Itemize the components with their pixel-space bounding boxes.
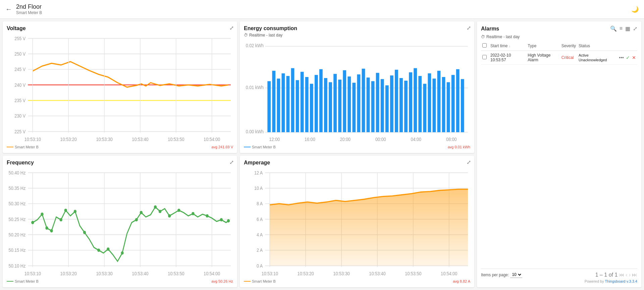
svg-point-120 xyxy=(140,211,143,214)
alarms-col-status[interactable]: Status xyxy=(577,41,618,51)
amperage-expand-button[interactable]: ⤢ xyxy=(467,159,471,165)
voltage-avg: avg 241.69 V xyxy=(211,145,233,149)
alarm-clear-icon[interactable]: ✕ xyxy=(632,55,636,60)
svg-rect-49 xyxy=(310,84,313,132)
svg-rect-56 xyxy=(343,70,346,132)
energy-expand-button[interactable]: ⤢ xyxy=(467,25,471,31)
svg-text:10 A: 10 A xyxy=(254,185,263,191)
severity-badge: Critical xyxy=(561,55,574,60)
header-title: 2nd Floor Smart Meter B xyxy=(16,3,42,15)
next-page-button[interactable]: › xyxy=(629,272,631,278)
alarm-more-icon[interactable]: ••• xyxy=(619,55,624,60)
page-subtitle: Smart Meter B xyxy=(16,10,42,15)
select-all-checkbox[interactable] xyxy=(482,43,487,48)
frequency-card: Frequency ⤢ 50.40 Hz 50.35 Hz 50.30 Hz xyxy=(3,156,237,287)
table-row: 2022-02-10 10:53:57 High Voltage Alarm C… xyxy=(481,51,637,65)
alarms-data-table: Start time ↓ Type Severity Status xyxy=(481,41,637,65)
alarms-table-header-row: Start time ↓ Type Severity Status xyxy=(481,41,637,51)
header-left: ← 2nd Floor Smart Meter B xyxy=(5,3,42,15)
svg-point-124 xyxy=(177,209,180,212)
svg-text:20:00: 20:00 xyxy=(340,137,351,142)
svg-point-127 xyxy=(220,218,223,221)
items-per-page-select[interactable]: 10 20 50 xyxy=(510,272,522,278)
svg-text:10:54:00: 10:54:00 xyxy=(441,271,458,276)
svg-text:6 A: 6 A xyxy=(257,216,263,222)
svg-text:10:53:10: 10:53:10 xyxy=(262,271,278,276)
alarms-col-start-time[interactable]: Start time ↓ xyxy=(489,41,526,51)
svg-text:10:53:50: 10:53:50 xyxy=(168,136,184,142)
alarms-col-type[interactable]: Type xyxy=(526,41,560,51)
svg-point-128 xyxy=(227,219,230,223)
svg-rect-50 xyxy=(315,75,318,132)
svg-point-114 xyxy=(74,210,76,213)
pagination-controls: 1 – 1 of 1 ⏮ ‹ › ⏭ xyxy=(595,272,637,278)
page-title: 2nd Floor xyxy=(16,3,42,10)
amperage-legend-label: Smart Meter B xyxy=(252,279,276,283)
svg-rect-55 xyxy=(338,80,341,132)
svg-rect-54 xyxy=(333,74,337,132)
amperage-chart: 12 A 10 A 8 A 6 A 4 A 2 A 0 A 10:53:10 1… xyxy=(244,167,470,278)
svg-text:04:00: 04:00 xyxy=(411,137,421,142)
svg-point-110 xyxy=(45,226,48,230)
svg-rect-69 xyxy=(404,81,408,132)
svg-rect-77 xyxy=(442,77,445,132)
svg-point-108 xyxy=(31,221,34,224)
items-per-page-control: Items per page: 10 20 50 xyxy=(481,272,522,278)
powered-by: Powered by Thingsboard v.3.3.4 xyxy=(481,278,637,283)
svg-text:235 V: 235 V xyxy=(14,97,26,103)
svg-rect-65 xyxy=(385,85,389,132)
svg-text:230 V: 230 V xyxy=(14,113,26,119)
frequency-expand-button[interactable]: ⤢ xyxy=(229,159,234,165)
alarms-table: Start time ↓ Type Severity Status xyxy=(481,41,637,269)
voltage-legend: Smart Meter B xyxy=(7,145,39,149)
thingsboard-link[interactable]: Thingsboard v.3.3.4 xyxy=(605,279,637,283)
voltage-legend-label: Smart Meter B xyxy=(15,145,39,149)
svg-text:10:53:10: 10:53:10 xyxy=(24,271,41,276)
svg-text:12:00: 12:00 xyxy=(269,137,280,142)
svg-text:0 A: 0 A xyxy=(257,263,263,269)
voltage-expand-button[interactable]: ⤢ xyxy=(229,25,234,31)
alarms-card: Alarms 🔍 ≡ ▦ ⤢ ⏱ Realtime - last day xyxy=(477,21,641,287)
alarm-row-checkbox[interactable] xyxy=(482,55,487,59)
svg-text:0.00 kWh: 0.00 kWh xyxy=(246,129,264,134)
alarm-row-checkbox-cell xyxy=(481,51,489,65)
svg-rect-58 xyxy=(352,83,356,132)
alarm-acknowledge-icon[interactable]: ✓ xyxy=(626,55,630,60)
sort-icon: ↓ xyxy=(509,44,511,48)
energy-realtime: ⏱ Realtime - last day xyxy=(244,33,470,38)
svg-rect-43 xyxy=(282,73,285,132)
alarm-action-icons: ••• ✓ ✕ xyxy=(619,55,636,60)
status-text: Active Unacknowledged xyxy=(579,53,607,62)
svg-text:50.40 Hz: 50.40 Hz xyxy=(9,170,26,175)
columns-icon[interactable]: ▦ xyxy=(625,25,630,32)
svg-text:10:53:30: 10:53:30 xyxy=(333,271,350,276)
alarm-status: Active Unacknowledged xyxy=(577,51,618,65)
svg-rect-70 xyxy=(409,72,412,132)
theme-toggle-button[interactable]: 🌙 xyxy=(631,6,639,13)
items-per-page-label: Items per page: xyxy=(481,273,509,277)
svg-text:240 V: 240 V xyxy=(14,82,26,88)
alarms-col-severity[interactable]: Severity xyxy=(560,41,577,51)
search-icon[interactable]: 🔍 xyxy=(610,25,617,32)
filter-icon[interactable]: ≡ xyxy=(620,25,623,32)
voltage-chart: 255 V 250 V 245 V 240 V 235 V 230 V 225 … xyxy=(7,33,233,144)
svg-text:10:53:30: 10:53:30 xyxy=(96,136,113,142)
svg-text:50.15 Hz: 50.15 Hz xyxy=(9,247,26,253)
svg-rect-53 xyxy=(329,82,332,132)
svg-point-126 xyxy=(206,214,208,218)
first-page-button[interactable]: ⏮ xyxy=(619,272,624,278)
svg-rect-73 xyxy=(423,84,426,132)
svg-rect-76 xyxy=(437,71,441,132)
svg-rect-74 xyxy=(428,73,431,132)
alarm-start-time: 2022-02-10 10:53:57 xyxy=(489,51,526,65)
svg-text:0.02 kWh: 0.02 kWh xyxy=(246,43,264,49)
back-button[interactable]: ← xyxy=(5,5,12,13)
last-page-button[interactable]: ⏭ xyxy=(632,272,637,278)
expand-icon[interactable]: ⤢ xyxy=(633,25,637,32)
svg-text:10:54:00: 10:54:00 xyxy=(204,136,220,142)
svg-point-112 xyxy=(60,218,62,221)
prev-page-button[interactable]: ‹ xyxy=(626,272,627,278)
energy-legend: Smart Meter B xyxy=(244,145,276,149)
svg-rect-42 xyxy=(277,79,280,132)
clock-icon: ⏱ xyxy=(244,33,248,38)
